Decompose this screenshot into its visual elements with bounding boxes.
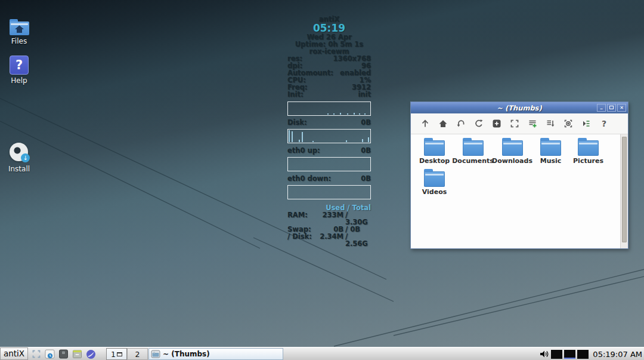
conky-time: 05:19 (287, 23, 371, 33)
folder-label: Desktop (419, 157, 450, 165)
folder-label: Music (540, 157, 562, 165)
refresh-icon[interactable] (470, 115, 488, 132)
conky-eth-up-row: eth0 up: 0B (287, 147, 371, 154)
new-entry-icon[interactable] (524, 115, 541, 132)
desktop-icon-help[interactable]: ? Help (1, 56, 37, 85)
usage-row-ram: RAM: 233M / 3.30G (287, 211, 371, 226)
workspace-switcher: 1 2 (106, 348, 148, 360)
vertical-scrollbar[interactable] (620, 134, 628, 248)
cpu-graph (287, 101, 371, 116)
folder-icon (577, 138, 599, 156)
task-window-icon (151, 350, 160, 358)
home-icon[interactable] (434, 115, 452, 132)
sort-order-icon[interactable] (541, 115, 559, 132)
folder-label: Downloads (492, 157, 532, 165)
net-monitor-applet[interactable] (564, 350, 575, 359)
terminal-icon[interactable] (57, 348, 70, 360)
maximize-button[interactable] (607, 104, 616, 112)
desktop-icon-files[interactable]: Files (1, 19, 37, 45)
help-icon[interactable]: ? (595, 115, 613, 132)
conky-disk-row: Disk: 0B (287, 119, 371, 126)
eth0-up-graph (287, 157, 371, 171)
disk-io-graph (287, 129, 371, 143)
info-label: eth0 down: (287, 175, 331, 182)
scrollbar-thumb[interactable] (622, 137, 627, 242)
folder-icon (462, 138, 484, 156)
eth0-down-graph (287, 185, 371, 199)
usage-used: 233M (318, 211, 343, 226)
info-value: 0B (361, 147, 371, 154)
download-arrow-badge: ↓ (21, 153, 30, 162)
file-cabinet-icon[interactable] (70, 348, 84, 360)
usage-used: 2.34M (318, 233, 343, 247)
info-value: 0B (361, 119, 371, 126)
folder-item-music[interactable]: Music (532, 138, 569, 165)
usage-total: / 3.30G (343, 211, 371, 226)
info-value: init (358, 91, 371, 98)
back-icon[interactable] (452, 115, 470, 132)
home-folder-icon (10, 19, 29, 35)
info-label: Init: (287, 91, 304, 98)
help-question-icon: ? (10, 56, 29, 75)
web-browser-icon[interactable] (84, 348, 98, 360)
desktop-icon-label: Install (8, 165, 30, 173)
volume-icon[interactable] (539, 349, 549, 359)
folder-item-documents[interactable]: Documents (453, 138, 493, 165)
screenshot-clock-app-icon[interactable] (43, 348, 57, 360)
usage-label: / Disk: (287, 233, 318, 247)
mem-monitor-applet[interactable] (577, 350, 589, 359)
workspace-button-1[interactable]: 1 (106, 348, 127, 360)
folder-label: Videos (422, 188, 447, 196)
up-icon[interactable] (416, 115, 434, 132)
folder-item-pictures[interactable]: Pictures (569, 138, 607, 165)
folder-item-videos[interactable]: Videos (416, 169, 453, 196)
icon-size-icon[interactable] (488, 115, 506, 132)
file-view[interactable]: Desktop Documents Downloads Music Pictur… (411, 134, 628, 248)
folder-label: Documents (452, 157, 494, 165)
folder-icon (423, 138, 445, 156)
conky-eth-down-row: eth0 down: 0B (287, 175, 371, 182)
desktop-icon-install[interactable]: ↓ Install (1, 141, 37, 173)
quick-launch (29, 348, 98, 360)
file-manager-window: ~ (Thumbs) _ ✕ (410, 101, 628, 249)
folder-item-desktop[interactable]: Desktop (416, 138, 453, 165)
usage-row-disk: / Disk: 2.34M / 2.56G (287, 233, 371, 247)
folder-icon (540, 138, 562, 156)
workspace-label: 1 (111, 350, 116, 359)
window-glyph (117, 352, 122, 356)
taskbar-task-button[interactable]: ~ (Thumbs) (148, 348, 283, 360)
info-label: eth0 up: (287, 147, 320, 154)
conky-info-row: Init: init (287, 91, 371, 98)
desktop-icon-label: Help (11, 76, 27, 85)
install-disc-icon: ↓ (8, 141, 30, 163)
resize-fit-icon[interactable] (506, 115, 524, 132)
cpu-monitor-applet[interactable] (551, 350, 562, 359)
system-tray: 05:19:07 AM (539, 348, 642, 360)
usage-label: RAM: (287, 211, 318, 226)
show-desktop-icon[interactable] (29, 348, 43, 360)
desktop-icon-label: Files (11, 37, 27, 45)
conky-system-monitor: antiX 05:19 Wed 26 Apr Uptime: 0h 5m 1s … (287, 16, 371, 247)
info-label: Disk: (287, 119, 307, 126)
folder-icon (423, 169, 445, 187)
folder-label: Pictures (573, 157, 603, 165)
open-panel-icon[interactable] (577, 115, 595, 132)
show-hidden-icon[interactable] (559, 115, 577, 132)
minimize-button[interactable]: _ (597, 104, 606, 112)
usage-total: / 2.56G (343, 233, 371, 247)
folder-item-downloads[interactable]: Downloads (493, 138, 532, 165)
taskbar-clock[interactable]: 05:19:07 AM (593, 350, 642, 359)
house-glyph (14, 25, 24, 33)
window-toolbar: ? (411, 113, 628, 134)
start-menu-button[interactable]: antiX (0, 347, 28, 360)
workspace-button-2[interactable]: 2 (127, 348, 148, 360)
taskbar: antiX 1 2 ~ (T (0, 347, 644, 360)
folder-icon (501, 138, 524, 156)
info-value: 0B (361, 175, 371, 182)
workspace-label: 2 (135, 350, 140, 359)
task-button-label: ~ (Thumbs) (163, 350, 210, 358)
close-button[interactable]: ✕ (617, 104, 626, 112)
window-title: ~ (Thumbs) (411, 104, 628, 112)
window-titlebar[interactable]: ~ (Thumbs) _ ✕ (411, 102, 628, 113)
